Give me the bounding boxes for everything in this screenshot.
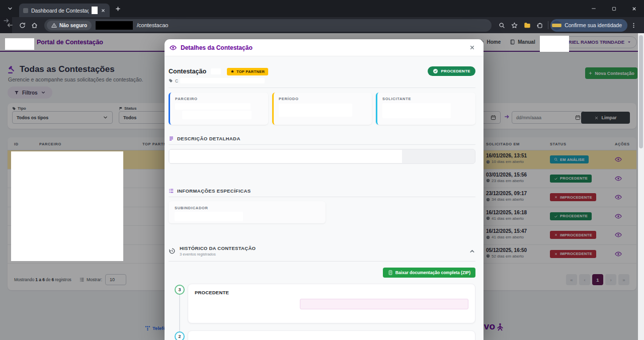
eye-icon — [170, 44, 177, 51]
home-icon[interactable] — [28, 22, 40, 29]
maximize-button[interactable] — [604, 0, 624, 17]
summary-cards: PARCEIRO PERÍODO SOLICITANTE — [169, 93, 475, 125]
informacoes-title: INFORMAÇÕES ESPECÍFICAS — [177, 188, 251, 194]
details-modal: Detalhes da Contestação Contestação TOP … — [165, 39, 484, 340]
address-bar[interactable]: Não seguro /contestacao — [44, 19, 492, 32]
redaction — [211, 68, 221, 74]
divider — [169, 261, 475, 262]
tab-title: Dashboard de Contestações - P — [31, 8, 89, 14]
redaction — [382, 103, 451, 118]
modal-header: Detalhes da Contestação — [165, 39, 484, 56]
bookmark-star-icon[interactable] — [508, 22, 521, 29]
descricao-section-header: DESCRIÇÃO DETALHADA — [169, 136, 475, 145]
close-window-button[interactable] — [624, 0, 644, 17]
window-controls — [584, 0, 644, 17]
redaction — [170, 150, 402, 163]
page-scrollbar[interactable] — [638, 33, 644, 340]
redaction — [92, 7, 98, 14]
subindicador-card: SUBINDICADOR — [169, 201, 326, 223]
toolbar-divider — [548, 21, 548, 29]
tab-close-icon[interactable] — [101, 8, 106, 13]
historico-toggle[interactable]: HISTÓRICO DA CONTESTAÇÃO 3 eventos regis… — [169, 245, 475, 257]
historico-timeline: 3 PROCEDENTE 2 ASSUMIR TRATAMENTO — [169, 284, 475, 340]
history-icon — [169, 247, 176, 254]
parceiro-card: PARCEIRO — [169, 93, 268, 125]
profile-label: Confirme sua identidade — [565, 22, 622, 28]
search-icon[interactable] — [496, 22, 508, 29]
profile-button[interactable]: Confirme sua identidade — [550, 19, 627, 32]
descricao-content — [169, 149, 475, 164]
modal-title: Detalhes da Contestação — [181, 44, 253, 51]
url-path: /contestacao — [137, 22, 168, 28]
contestation-title-row: Contestação TOP PARTNER C PROCEDENTE — [169, 66, 475, 83]
procedente-status-badge: PROCEDENTE — [428, 66, 475, 76]
tab-strip: Dashboard de Contestações - P — [0, 0, 644, 17]
extensions-icon[interactable] — [533, 22, 546, 29]
periodo-card: PERÍODO — [272, 93, 372, 125]
redaction — [180, 78, 265, 83]
star-icon — [230, 69, 234, 73]
download-label: Baixar documentação completa (ZIP) — [395, 270, 470, 275]
historico-subtitle: 3 eventos registrados — [180, 252, 256, 257]
browser-menu-icon[interactable] — [627, 22, 640, 29]
warning-icon — [51, 23, 57, 28]
reload-icon[interactable] — [16, 22, 28, 29]
download-zip-button[interactable]: Baixar documentação completa (ZIP) — [383, 268, 475, 278]
minimize-button[interactable] — [584, 0, 604, 17]
browser-window: Dashboard de Contestações - P Não seguro… — [0, 0, 644, 340]
contestation-tag-line: C — [169, 78, 268, 83]
forward-icon[interactable] — [0, 17, 12, 33]
modal-body: Contestação TOP PARTNER C PROCEDENTE — [165, 56, 484, 340]
new-tab-button[interactable] — [115, 6, 121, 12]
redaction — [540, 36, 569, 52]
redaction — [175, 103, 251, 110]
timeline-event: 3 PROCEDENTE — [169, 284, 475, 323]
tag-icon — [169, 78, 173, 83]
redaction — [279, 104, 352, 117]
timeline-event-card: ASSUMIR TRATAMENTO — [188, 330, 475, 340]
scrollbar-thumb[interactable] — [639, 35, 643, 148]
check-circle-icon — [433, 68, 438, 74]
divider — [169, 88, 475, 88]
redaction — [300, 299, 468, 309]
align-left-icon — [169, 136, 174, 141]
timeline-event: 2 ASSUMIR TRATAMENTO — [169, 330, 475, 340]
timeline-step-number: 3 — [175, 285, 185, 295]
browser-toolbar: Não seguro /contestacao Confirme sua ide… — [0, 17, 644, 33]
tab-search-button[interactable] — [4, 3, 16, 15]
descricao-title: DESCRIÇÃO DETALHADA — [177, 136, 240, 141]
browser-tab[interactable]: Dashboard de Contestações - P — [19, 4, 110, 17]
parceiro-label: PARCEIRO — [175, 97, 263, 101]
redaction — [11, 151, 123, 261]
informacoes-section-header: INFORMAÇÕES ESPECÍFICAS — [169, 188, 475, 197]
list-icon — [169, 188, 174, 194]
timeline-step-number: 2 — [175, 331, 185, 340]
top-partner-badge: TOP PARTNER — [227, 68, 268, 75]
periodo-label: PERÍODO — [279, 97, 367, 101]
chevron-up-icon[interactable] — [469, 248, 475, 254]
tab-favicon — [23, 8, 28, 13]
avatar — [552, 21, 561, 30]
not-secure-label: Não seguro — [59, 23, 87, 28]
historico-title: HISTÓRICO DA CONTESTAÇÃO — [180, 245, 256, 251]
not-secure-chip[interactable]: Não seguro — [47, 21, 92, 30]
modal-close-icon[interactable] — [469, 44, 475, 51]
folder-icon[interactable] — [521, 22, 533, 29]
solicitante-label: SOLICITANTE — [382, 97, 470, 101]
timeline-event-card: PROCEDENTE — [188, 284, 475, 323]
timeline-event-title: PROCEDENTE — [195, 290, 468, 295]
redaction — [96, 21, 133, 30]
subindicador-label: SUBINDICADOR — [175, 206, 319, 210]
redaction — [182, 111, 252, 119]
contestation-heading: Contestação — [169, 68, 206, 75]
redaction — [175, 212, 243, 221]
solicitante-card: SOLICITANTE — [376, 93, 475, 125]
document-icon — [388, 270, 393, 275]
tag-text: C — [175, 78, 178, 83]
redaction — [5, 38, 34, 50]
